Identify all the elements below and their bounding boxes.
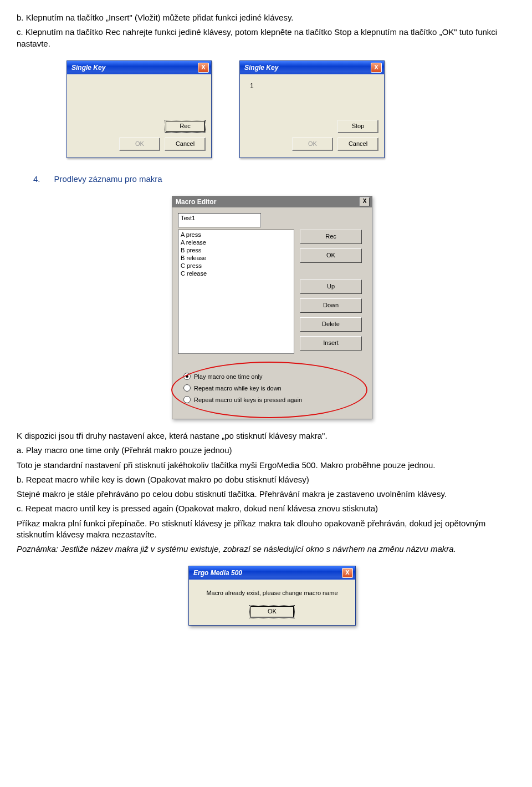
ergo-btn-row: OK bbox=[198, 605, 346, 618]
note-text: Poznámka: Jestliže název makra již v sys… bbox=[17, 544, 515, 555]
radio-icon bbox=[183, 396, 191, 403]
close-icon[interactable]: X bbox=[360, 197, 370, 206]
rec-button[interactable]: Rec bbox=[165, 120, 206, 133]
ergo-media-dialog: Ergo Media 500 X Macro already exist, pl… bbox=[188, 566, 356, 626]
radio-label: Play macro one time only bbox=[194, 373, 263, 380]
macro-name-input[interactable]: Test1 bbox=[178, 213, 261, 227]
ok-button: OK bbox=[119, 138, 160, 151]
title-text: Single Key bbox=[244, 64, 278, 72]
macro-playback-radios: Play macro one time only Repeat macro wh… bbox=[178, 365, 366, 413]
radio-play-once[interactable]: Play macro one time only bbox=[183, 373, 366, 380]
close-icon[interactable]: X bbox=[371, 63, 382, 73]
cancel-button[interactable]: Cancel bbox=[337, 138, 378, 151]
text-option-c-title: c. Repeat macro until key is pressed aga… bbox=[17, 503, 515, 514]
singlekey-dialog-rec: Single Key X Rec OK Cancel bbox=[66, 60, 212, 158]
section-4-heading: 4. Prodlevy záznamu pro makra bbox=[33, 174, 515, 185]
rec-row: Rec bbox=[73, 120, 206, 133]
macro-editor-dialog: Macro Editor X Test1 A press A release B… bbox=[172, 196, 372, 419]
macro-editor-buttons: Rec OK Up Down Delete Insert bbox=[300, 230, 362, 354]
radio-icon bbox=[183, 384, 191, 392]
radio-repeat-while-down[interactable]: Repeat macro while key is down bbox=[183, 384, 366, 392]
title-text: Ergo Media 500 bbox=[193, 569, 242, 577]
ok-button: OK bbox=[292, 138, 333, 151]
text-option-c-desc: Příkaz makra plní funkci přepínače. Po s… bbox=[17, 518, 515, 541]
close-icon[interactable]: X bbox=[342, 568, 353, 578]
rec-button[interactable]: Rec bbox=[300, 230, 362, 244]
ok-cancel-row: OK Cancel bbox=[245, 138, 378, 151]
ergo-message: Macro already exist, please change macro… bbox=[198, 590, 346, 596]
singlekey-dialog-stop: Single Key X 1 Stop OK Cancel bbox=[239, 60, 385, 158]
stop-button[interactable]: Stop bbox=[337, 120, 378, 133]
text-option-a-title: a. Play macro one time only (Přehrát mak… bbox=[17, 445, 515, 456]
ok-cancel-row: OK Cancel bbox=[73, 138, 206, 151]
cancel-button[interactable]: Cancel bbox=[165, 138, 206, 151]
dialog-body: Rec OK Cancel bbox=[67, 74, 211, 158]
macro-editor-row: A press A release B press B release C pr… bbox=[178, 230, 366, 354]
singlekey-display bbox=[73, 81, 206, 104]
ok-button[interactable]: OK bbox=[249, 605, 295, 618]
titlebar: Macro Editor X bbox=[172, 196, 372, 207]
titlebar: Single Key X bbox=[240, 61, 384, 74]
radio-label: Repeat macro util keys is pressed again bbox=[194, 397, 302, 403]
paragraph-b: b. Klepnutím na tlačítko „Insert" (Vloži… bbox=[17, 12, 515, 23]
macro-steps-list[interactable]: A press A release B press B release C pr… bbox=[178, 230, 294, 354]
stop-row: Stop bbox=[245, 120, 378, 133]
down-button[interactable]: Down bbox=[300, 298, 362, 313]
paragraph-c: c. Klepnutím na tlačítko Rec nahrejte fu… bbox=[17, 27, 515, 49]
titlebar: Ergo Media 500 X bbox=[189, 566, 355, 580]
ergo-body: Macro already exist, please change macro… bbox=[189, 580, 355, 625]
delete-button[interactable]: Delete bbox=[300, 317, 362, 332]
title-text: Single Key bbox=[71, 64, 105, 72]
titlebar: Single Key X bbox=[67, 61, 211, 74]
radio-label: Repeat macro while key is down bbox=[194, 385, 282, 392]
text-option-b-desc: Stejné makro je stále přehráváno po celo… bbox=[17, 489, 515, 500]
macro-editor-body: Test1 A press A release B press B releas… bbox=[172, 207, 372, 419]
singlekey-display: 1 bbox=[245, 81, 378, 104]
text-option-a-desc: Toto je standardní nastavení při stisknu… bbox=[17, 460, 515, 471]
insert-button[interactable]: Insert bbox=[300, 336, 362, 351]
up-button[interactable]: Up bbox=[300, 280, 362, 294]
radio-icon bbox=[183, 373, 191, 380]
title-text: Macro Editor bbox=[176, 198, 216, 206]
radio-repeat-until-pressed[interactable]: Repeat macro util keys is pressed again bbox=[183, 396, 366, 403]
singlekey-dialogs-row: Single Key X Rec OK Cancel Single Key X … bbox=[66, 60, 515, 158]
text-intro: K dispozici jsou tři druhy nastavení akc… bbox=[17, 430, 515, 441]
ok-button[interactable]: OK bbox=[300, 248, 362, 263]
text-option-b-title: b. Repeat macro while key is down (Opako… bbox=[17, 474, 515, 485]
close-icon[interactable]: X bbox=[198, 63, 209, 73]
dialog-body: 1 Stop OK Cancel bbox=[240, 74, 384, 158]
